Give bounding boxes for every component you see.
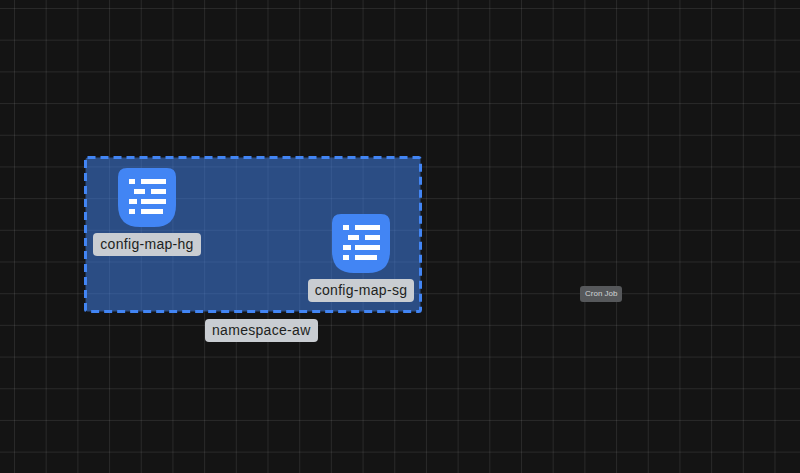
- palette-item-cron-job[interactable]: Cron Job: [580, 286, 622, 302]
- node-label: config-map-sg: [308, 279, 415, 302]
- node-config-map-sg[interactable]: config-map-sg: [308, 214, 414, 302]
- config-map-icon: [332, 214, 390, 273]
- diagram-canvas[interactable]: config-map-hg config-map-sg namespace-aw…: [0, 0, 800, 473]
- node-config-map-hg[interactable]: config-map-hg: [94, 168, 200, 256]
- config-map-icon: [118, 168, 176, 227]
- namespace-label: namespace-aw: [205, 319, 318, 342]
- node-label: config-map-hg: [93, 233, 200, 256]
